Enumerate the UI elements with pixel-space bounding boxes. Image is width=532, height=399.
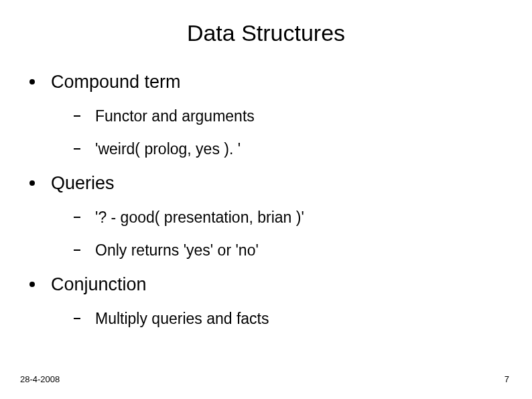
list-item-label: Functor and arguments xyxy=(95,107,255,125)
list-item-label: 'weird( prolog, yes ). ' xyxy=(95,140,241,158)
footer-page-number: 7 xyxy=(505,374,509,384)
list-item: 'weird( prolog, yes ). ' xyxy=(74,140,505,158)
list-item: Queries xyxy=(27,173,505,194)
slide-title: Data Structures xyxy=(27,20,505,46)
list-item-label: '? - good( presentation, brian )' xyxy=(95,209,304,227)
bullet-icon xyxy=(29,79,35,84)
list-item-label: Queries xyxy=(51,173,115,194)
sublist: Multiply queries and facts xyxy=(27,310,505,328)
list-item-label: Only returns 'yes' or 'no' xyxy=(95,241,259,260)
dash-icon xyxy=(74,148,80,150)
list-item-label: Conjunction xyxy=(51,274,147,295)
dash-icon xyxy=(74,115,80,117)
list-item: Functor and arguments xyxy=(74,107,505,125)
sublist: Functor and arguments 'weird( prolog, ye… xyxy=(27,107,505,158)
footer-date: 28-4-2008 xyxy=(20,374,60,384)
list-item: Conjunction xyxy=(27,274,505,295)
list-item: '? - good( presentation, brian )' xyxy=(74,209,505,227)
list-item-label: Multiply queries and facts xyxy=(95,310,269,328)
dash-icon xyxy=(74,318,80,319)
slide: Data Structures Compound term Functor an… xyxy=(0,0,532,399)
dash-icon xyxy=(74,217,80,218)
list-item: Only returns 'yes' or 'no' xyxy=(74,241,505,260)
bullet-icon xyxy=(29,180,35,186)
list-item: Multiply queries and facts xyxy=(74,310,505,328)
list-item: Compound term xyxy=(27,72,505,93)
dash-icon xyxy=(74,249,80,251)
slide-content: Compound term Functor and arguments 'wei… xyxy=(27,72,505,328)
bullet-icon xyxy=(29,282,35,287)
list-item-label: Compound term xyxy=(51,72,181,93)
sublist: '? - good( presentation, brian )' Only r… xyxy=(27,209,505,260)
